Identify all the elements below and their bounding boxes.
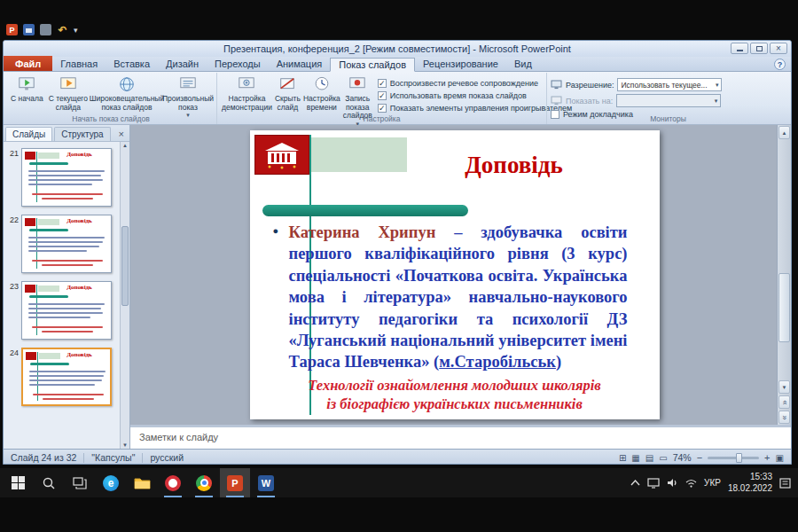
word-taskbar-icon[interactable]: W — [251, 468, 281, 497]
scroll-up-icon[interactable]: ▲ — [778, 126, 790, 139]
title-bar[interactable]: Презентация, конференция_2 [Режим совмес… — [4, 41, 791, 57]
slide-title[interactable]: Доповідь — [383, 152, 645, 179]
powerpoint-taskbar-icon[interactable]: P — [220, 468, 250, 497]
tab-view[interactable]: Вид — [506, 57, 540, 71]
notes-pane[interactable]: Заметки к слайду — [130, 425, 791, 449]
task-view-button[interactable] — [65, 468, 95, 497]
search-button[interactable] — [34, 468, 64, 497]
resolution-select[interactable]: Использовать текущее... ▾ — [617, 78, 722, 91]
file-explorer-taskbar-icon[interactable] — [127, 468, 157, 497]
checkbox-checked-icon — [378, 91, 387, 100]
start-button[interactable] — [3, 468, 33, 497]
tab-slideshow[interactable]: Показ слайдов — [330, 58, 415, 72]
tab-file[interactable]: Файл — [4, 56, 52, 71]
slide-thumbnail-22[interactable]: 22 Доповідь — [5, 215, 119, 273]
tab-transitions[interactable]: Переходы — [207, 57, 269, 71]
windows-logo-icon — [12, 476, 25, 489]
window-controls: × — [731, 43, 787, 54]
rehearse-timings-button[interactable]: Настройка времени — [302, 74, 341, 113]
slide-footer-text[interactable]: Технології ознайомлення молодших школярі… — [264, 376, 645, 414]
opera-taskbar-icon[interactable] — [158, 468, 188, 497]
powerpoint-app-icon[interactable]: P — [6, 24, 18, 35]
powerpoint-window: Презентация, конференция_2 [Режим совмес… — [3, 40, 792, 465]
group-start-slideshow: С начала С текущего слайда Широковещател… — [5, 73, 216, 124]
save-icon[interactable] — [23, 24, 35, 35]
zoom-slider-thumb[interactable] — [736, 453, 742, 463]
hide-slide-button[interactable]: Скрыть слайд — [274, 74, 301, 113]
tab-home[interactable]: Главная — [52, 57, 106, 71]
from-current-slide-button[interactable]: С текущего слайда — [46, 74, 90, 113]
slide-body-text[interactable]: Катерина Хрипун – здобувачка освіти перш… — [289, 222, 628, 373]
close-button[interactable]: × — [770, 43, 787, 54]
group-setup: Настройка демонстрации Скрыть слайд Наст… — [216, 73, 546, 124]
emblem-icon — [25, 152, 35, 160]
action-center-icon[interactable] — [779, 478, 791, 489]
thumbnail[interactable]: Доповідь — [21, 348, 112, 406]
checkbox-checked-icon — [378, 79, 387, 88]
slideshow-view-icon[interactable]: ▭ — [659, 453, 667, 463]
slide-sorter-view-icon[interactable]: ▦ — [631, 453, 639, 463]
tray-chevron-up-icon[interactable] — [630, 480, 640, 486]
tab-animation[interactable]: Анимация — [269, 57, 331, 71]
fit-to-window-icon[interactable]: ▣ — [776, 453, 784, 463]
close-pane-icon[interactable]: × — [115, 129, 128, 141]
checkbox-use-timings[interactable]: Использовать время показа слайдов — [378, 91, 573, 100]
chrome-taskbar-icon[interactable] — [189, 468, 219, 497]
tab-slides[interactable]: Слайды — [5, 127, 52, 141]
qat-chevron-down-icon[interactable]: ▾ — [74, 26, 78, 35]
theme-name[interactable]: "Капсулы" — [91, 452, 135, 463]
editor-scrollbar[interactable]: ▲ ▼ » » — [777, 125, 791, 425]
tab-review[interactable]: Рецензирование — [415, 57, 506, 71]
next-slide-button[interactable]: » — [778, 411, 790, 424]
help-icon[interactable]: ? — [774, 59, 786, 70]
minimize-button[interactable] — [731, 43, 748, 54]
reading-view-icon[interactable]: ▤ — [645, 453, 653, 463]
slide-number: 24 — [5, 348, 19, 357]
slide-thumbnail-23[interactable]: 23 Доповідь — [5, 281, 119, 340]
normal-view-icon[interactable]: ⊞ — [619, 453, 626, 463]
scrollbar-thumb[interactable] — [121, 226, 129, 306]
checkbox-play-narration[interactable]: Воспроизвести речевое сопровождение — [378, 79, 573, 88]
bullet-icon: ● — [273, 225, 279, 236]
scrollbar-track[interactable] — [778, 140, 791, 379]
setup-slideshow-button[interactable]: Настройка демонстрации — [221, 74, 273, 113]
tab-insert[interactable]: Вставка — [106, 57, 158, 71]
scrollbar-thumb[interactable] — [778, 273, 790, 342]
thumbnail[interactable]: Доповідь — [21, 148, 112, 207]
undo-icon[interactable]: ↶ — [57, 24, 68, 35]
print-icon[interactable] — [40, 24, 51, 35]
thumbnail[interactable]: Доповідь — [21, 281, 112, 340]
zoom-slider[interactable] — [708, 457, 759, 459]
clock[interactable]: 15:33 18.02.2022 — [728, 472, 772, 494]
network-icon[interactable] — [685, 479, 697, 488]
edge-icon: e — [103, 475, 119, 491]
from-beginning-button[interactable]: С начала — [9, 74, 45, 106]
restore-button[interactable] — [750, 43, 768, 54]
scroll-down-icon[interactable]: ▼ — [778, 380, 790, 394]
checkbox-checked-icon — [378, 104, 387, 113]
thumb-title: Доповідь — [51, 284, 108, 291]
broadcast-slideshow-button[interactable]: Широковещательный показ слайдов — [91, 74, 162, 113]
status-bar: Слайд 24 из 32 "Капсулы" русский ⊞ ▦ ▤ ▭… — [4, 449, 791, 465]
monitor-tray-icon[interactable] — [647, 478, 660, 489]
zoom-in-icon[interactable]: + — [764, 452, 770, 463]
edge-taskbar-icon[interactable]: e — [96, 468, 126, 497]
checkbox-show-media-controls[interactable]: Показать элементы управления проигрывате… — [378, 104, 573, 113]
tab-design[interactable]: Дизайн — [158, 57, 207, 71]
previous-slide-button[interactable]: » — [778, 395, 790, 409]
language-indicator[interactable]: русский — [150, 452, 184, 463]
current-slide[interactable]: Доповідь ● Катерина Хрипун – здобувачка … — [250, 130, 660, 419]
keyboard-language[interactable]: УКР — [704, 478, 721, 488]
slide-thumbnail-21[interactable]: 21 Доповідь — [5, 148, 119, 207]
scroll-up-icon[interactable]: ▲ — [121, 143, 129, 148]
slide-thumbnail-24-selected[interactable]: 24 Доповідь — [5, 348, 119, 406]
thumbnail[interactable]: Доповідь — [21, 215, 112, 273]
ribbon-tab-row: Файл Главная Вставка Дизайн Переходы Ани… — [4, 57, 791, 72]
group-label: Начать показ слайдов — [5, 114, 216, 123]
tab-outline[interactable]: Структура — [54, 127, 110, 141]
zoom-level[interactable]: 74% — [673, 452, 692, 463]
zoom-out-icon[interactable]: − — [697, 452, 702, 463]
scroll-down-icon[interactable]: ▼ — [121, 442, 129, 448]
speaker-icon[interactable] — [667, 478, 678, 488]
pane-scrollbar[interactable]: ▲ ▼ — [120, 142, 129, 449]
